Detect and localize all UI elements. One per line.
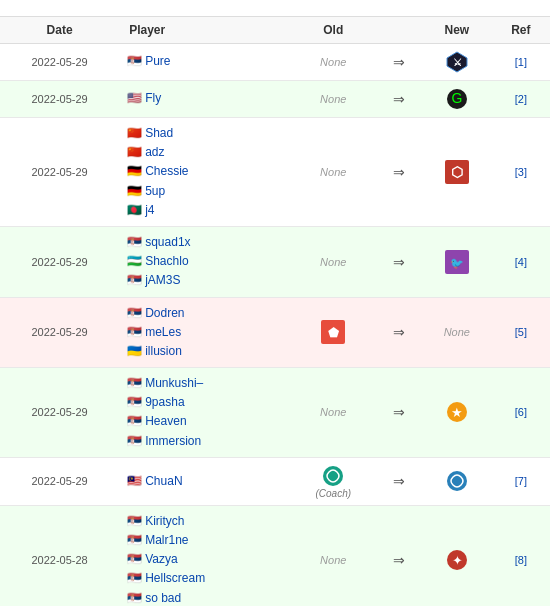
player-link[interactable]: so bad bbox=[145, 591, 181, 605]
ref-cell: [4] bbox=[492, 226, 550, 297]
flag-icon: 🇲🇾 bbox=[127, 474, 142, 488]
svg-text:G: G bbox=[451, 90, 462, 106]
player-link[interactable]: 9pasha bbox=[145, 395, 184, 409]
flag-icon: 🇺🇸 bbox=[127, 91, 142, 105]
flag-icon: 🇺🇦 bbox=[127, 344, 142, 358]
page-title bbox=[0, 0, 550, 16]
flag-icon: 🇷🇸 bbox=[127, 306, 142, 320]
arrow-cell: ⇒ bbox=[376, 368, 422, 458]
date-cell: 2022-05-29 bbox=[0, 81, 119, 118]
date-cell: 2022-05-29 bbox=[0, 44, 119, 81]
header-player: Player bbox=[119, 17, 291, 44]
old-team-logo bbox=[299, 464, 368, 488]
arrow-cell: ⇒ bbox=[376, 81, 422, 118]
ref-link[interactable]: [5] bbox=[515, 326, 527, 338]
flag-icon: 🇨🇳 bbox=[127, 145, 142, 159]
new-cell: ⚔ bbox=[422, 44, 492, 81]
arrow-cell: ⇒ bbox=[376, 226, 422, 297]
flag-icon: 🇧🇩 bbox=[127, 203, 142, 217]
player-link[interactable]: ChuaN bbox=[145, 474, 182, 488]
flag-icon: 🇺🇿 bbox=[127, 254, 142, 268]
new-team-logo: ✦ bbox=[430, 548, 484, 572]
player-link[interactable]: 5up bbox=[145, 184, 165, 198]
new-cell: ⬡ bbox=[422, 118, 492, 227]
none-label: None bbox=[320, 256, 346, 268]
svg-text:⬡: ⬡ bbox=[451, 164, 463, 180]
ref-cell: [3] bbox=[492, 118, 550, 227]
header-date: Date bbox=[0, 17, 119, 44]
flag-icon: 🇩🇪 bbox=[127, 184, 142, 198]
player-link[interactable]: Dodren bbox=[145, 306, 184, 320]
player-link[interactable]: illusion bbox=[145, 344, 182, 358]
table-row: 2022-05-28🇷🇸Kiritych🇷🇸Malr1ne🇷🇸Vazya🇷🇸He… bbox=[0, 505, 550, 606]
player-link[interactable]: Shad bbox=[145, 126, 173, 140]
new-team-logo: 🐦 bbox=[430, 250, 484, 274]
table-row: 2022-05-29🇲🇾ChuaN(Coach)⇒[7] bbox=[0, 457, 550, 505]
flag-icon: 🇷🇸 bbox=[127, 434, 142, 448]
player-cell: 🇷🇸Munkushi–🇷🇸9pasha🇷🇸Heaven🇷🇸Immersion bbox=[119, 368, 291, 458]
ref-cell: [5] bbox=[492, 297, 550, 368]
date-cell: 2022-05-29 bbox=[0, 368, 119, 458]
transfers-table: Date Player Old New Ref 2022-05-29🇷🇸Pure… bbox=[0, 16, 550, 606]
player-link[interactable]: Immersion bbox=[145, 434, 201, 448]
flag-icon: 🇷🇸 bbox=[127, 325, 142, 339]
ref-link[interactable]: [8] bbox=[515, 554, 527, 566]
arrow-cell: ⇒ bbox=[376, 118, 422, 227]
ref-link[interactable]: [2] bbox=[515, 93, 527, 105]
new-cell: None bbox=[422, 297, 492, 368]
player-link[interactable]: Pure bbox=[145, 54, 170, 68]
svg-point-12 bbox=[323, 466, 343, 486]
none-label: None bbox=[320, 406, 346, 418]
player-link[interactable]: Hellscream bbox=[145, 571, 205, 585]
old-cell: None bbox=[291, 368, 376, 458]
none-label: None bbox=[444, 326, 470, 338]
player-link[interactable]: Fly bbox=[145, 91, 161, 105]
arrow-icon: ⇒ bbox=[393, 473, 405, 489]
table-row: 2022-05-29🇺🇸FlyNone⇒G[2] bbox=[0, 81, 550, 118]
date-cell: 2022-05-28 bbox=[0, 505, 119, 606]
ref-link[interactable]: [6] bbox=[515, 406, 527, 418]
arrow-icon: ⇒ bbox=[393, 91, 405, 107]
player-link[interactable]: Malr1ne bbox=[145, 533, 188, 547]
new-team-logo: ⬡ bbox=[430, 160, 484, 184]
player-link[interactable]: Heaven bbox=[145, 414, 186, 428]
player-link[interactable]: Kiritych bbox=[145, 514, 184, 528]
table-row: 2022-05-29🇷🇸Munkushi–🇷🇸9pasha🇷🇸Heaven🇷🇸I… bbox=[0, 368, 550, 458]
player-link[interactable]: Chessie bbox=[145, 164, 188, 178]
player-cell: 🇺🇸Fly bbox=[119, 81, 291, 118]
player-cell: 🇲🇾ChuaN bbox=[119, 457, 291, 505]
new-team-logo: ⚔ bbox=[430, 50, 484, 74]
ref-link[interactable]: [4] bbox=[515, 256, 527, 268]
ref-link[interactable]: [7] bbox=[515, 475, 527, 487]
none-label: None bbox=[320, 56, 346, 68]
table-row: 2022-05-29🇨🇳Shad🇨🇳adz🇩🇪Chessie🇩🇪5up🇧🇩j4N… bbox=[0, 118, 550, 227]
old-team-logo: ⬟ bbox=[299, 320, 368, 344]
player-link[interactable]: j4 bbox=[145, 203, 154, 217]
ref-cell: [8] bbox=[492, 505, 550, 606]
ref-link[interactable]: [3] bbox=[515, 166, 527, 178]
old-cell: None bbox=[291, 81, 376, 118]
new-team-logo: G bbox=[430, 87, 484, 111]
player-link[interactable]: squad1x bbox=[145, 235, 190, 249]
flag-icon: 🇷🇸 bbox=[127, 514, 142, 528]
player-link[interactable]: Shachlo bbox=[145, 254, 188, 268]
date-cell: 2022-05-29 bbox=[0, 457, 119, 505]
arrow-icon: ⇒ bbox=[393, 404, 405, 420]
arrow-icon: ⇒ bbox=[393, 324, 405, 340]
player-link[interactable]: Munkushi– bbox=[145, 376, 203, 390]
coach-label: (Coach) bbox=[299, 488, 368, 499]
ref-cell: [6] bbox=[492, 368, 550, 458]
date-cell: 2022-05-29 bbox=[0, 226, 119, 297]
player-link[interactable]: Vazya bbox=[145, 552, 177, 566]
arrow-icon: ⇒ bbox=[393, 54, 405, 70]
player-link[interactable]: adz bbox=[145, 145, 164, 159]
ref-link[interactable]: [1] bbox=[515, 56, 527, 68]
flag-icon: 🇷🇸 bbox=[127, 235, 142, 249]
player-link[interactable]: meLes bbox=[145, 325, 181, 339]
svg-text:🐦: 🐦 bbox=[450, 256, 464, 270]
none-label: None bbox=[320, 166, 346, 178]
player-link[interactable]: jAM3S bbox=[145, 273, 180, 287]
new-cell: ★ bbox=[422, 368, 492, 458]
new-cell: 🐦 bbox=[422, 226, 492, 297]
flag-icon: 🇨🇳 bbox=[127, 126, 142, 140]
